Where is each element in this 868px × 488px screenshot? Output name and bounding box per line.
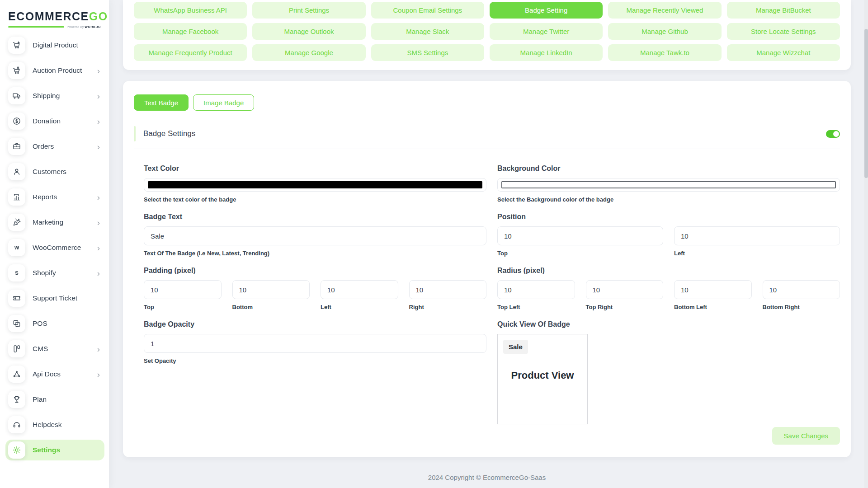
quick-view-group: Quick View Of Badge Sale Product View [497, 320, 840, 424]
settings-tab-manage-wizzchat[interactable]: Manage Wizzchat [727, 44, 840, 61]
padding-pixel-right-input[interactable] [409, 280, 487, 299]
settings-tab-whatsapp-business-api[interactable]: WhatsApp Business API [134, 2, 247, 19]
sidebar-item-reports[interactable]: Reports› [5, 187, 104, 207]
sidebar-item-orders[interactable]: Orders› [5, 136, 104, 157]
input-caption: Right [409, 304, 487, 310]
page-scrollbar-thumb[interactable] [864, 29, 868, 178]
badge-enabled-toggle[interactable] [826, 130, 840, 138]
padding-pixel-top-input[interactable] [144, 280, 222, 299]
app-logo[interactable]: ECOMMERCEGO Powered By WORKDO [0, 0, 109, 28]
background-color-helper: Select the Background color of the badge [497, 196, 840, 203]
text-color-label: Text Color [144, 164, 486, 173]
settings-tab-manage-linkedin[interactable]: Manage LinkedIn [490, 44, 603, 61]
input-caption: Left [674, 250, 840, 257]
quick-view-label: Quick View Of Badge [497, 320, 840, 328]
position-left-input[interactable] [674, 226, 840, 245]
badge-type-tabs: Text BadgeImage Badge [134, 94, 840, 111]
sidebar-item-woocommerce[interactable]: WWooCommerce› [5, 237, 104, 258]
text-color-helper: Select the text color of the badge [144, 196, 486, 203]
chevron-right-icon: › [97, 370, 100, 379]
position-label: Position [497, 213, 840, 221]
settings-tab-print-settings[interactable]: Print Settings [252, 2, 365, 19]
chevron-right-icon: › [97, 244, 100, 252]
sidebar-item-marketing[interactable]: Marketing› [5, 212, 104, 233]
badge-opacity-input[interactable] [144, 334, 486, 353]
radius-pixel-bottom-left-input[interactable] [674, 280, 752, 299]
input-caption: Bottom Left [674, 304, 752, 310]
sidebar-item-label: Customers [33, 168, 101, 176]
text-color-input[interactable] [144, 178, 486, 192]
sidebar-item-plan[interactable]: Plan [5, 389, 104, 410]
sidebar-item-pos[interactable]: POS [5, 313, 104, 334]
cart-plus-icon [8, 37, 25, 54]
shopify-icon: S [8, 264, 25, 282]
settings-tabs-grid: WhatsApp Business APIPrint SettingsCoupo… [134, 2, 840, 61]
page-scrollbar-track[interactable] [864, 0, 868, 488]
settings-tab-store-locate-settings[interactable]: Store Locate Settings [727, 23, 840, 40]
badge-text-input[interactable] [144, 226, 486, 245]
sidebar-item-label: Marketing [33, 218, 97, 226]
sidebar-item-customers[interactable]: Customers [5, 161, 104, 182]
sidebar-item-cms[interactable]: CMS› [5, 338, 104, 359]
badge-text-label: Badge Text [144, 213, 486, 221]
sidebar-item-settings[interactable]: Settings [5, 440, 104, 460]
sidebar-item-shopify[interactable]: SShopify› [5, 263, 104, 283]
padding-field-group: Padding (pixel) TopBottomLeftRight [144, 267, 486, 310]
badge-text-field-group: Badge Text Text Of The Badge (i.e New, L… [144, 213, 486, 257]
sidebar-item-api-docs[interactable]: Api Docs› [5, 364, 104, 385]
badge-text-helper: Text Of The Badge (i.e New, Latest, Tren… [144, 250, 486, 257]
radius-pixel-top-left-input[interactable] [497, 280, 575, 299]
radius-field-group: Radius (pixel) Top LeftTop RightBottom L… [497, 267, 840, 310]
sidebar-item-label: Plan [33, 395, 101, 404]
sidebar-item-label: Digital Product [33, 41, 101, 49]
sidebar-item-digital-product[interactable]: Digital Product [5, 35, 104, 56]
radius-pixel-top-right-input[interactable] [586, 280, 664, 299]
sidebar-item-donation[interactable]: Donation› [5, 111, 104, 131]
sidebar-item-helpdesk[interactable]: Helpdesk [5, 414, 104, 435]
chevron-right-icon: › [97, 92, 100, 100]
settings-tab-coupon-email-settings[interactable]: Coupon Email Settings [371, 2, 484, 19]
num-field-radius-pixel-bottom-left: Bottom Left [674, 280, 752, 310]
input-caption: Top [497, 250, 663, 257]
sidebar-item-label: CMS [33, 345, 97, 353]
num-field-position-left: Left [674, 226, 840, 257]
section-header: Badge Settings [134, 126, 840, 141]
padding-pixel-bottom-input[interactable] [232, 280, 310, 299]
settings-tab-manage-facebook[interactable]: Manage Facebook [134, 23, 247, 40]
badge-tab-text-badge[interactable]: Text Badge [134, 94, 189, 111]
settings-gear-icon [8, 441, 25, 459]
settings-tab-manage-tawk-to[interactable]: Manage Tawk.to [608, 44, 721, 61]
chevron-right-icon: › [97, 142, 100, 151]
settings-tab-manage-google[interactable]: Manage Google [252, 44, 365, 61]
save-changes-button[interactable]: Save Changes [772, 427, 840, 445]
sidebar-item-support-ticket[interactable]: Support Ticket [5, 288, 104, 309]
settings-tab-manage-twitter[interactable]: Manage Twitter [490, 23, 603, 40]
svg-text:S: S [15, 270, 19, 276]
settings-tab-manage-frequently-product[interactable]: Manage Frequently Product [134, 44, 247, 61]
sidebar-item-label: Auction Product [33, 66, 97, 75]
num-field-padding-pixel-right: Right [409, 280, 487, 310]
settings-tab-manage-outlook[interactable]: Manage Outlook [252, 23, 365, 40]
customers-user-icon [8, 163, 25, 180]
radius-pixel-bottom-right-input[interactable] [763, 280, 840, 299]
section-accent-bar [134, 126, 136, 141]
section-title: Badge Settings [143, 129, 195, 138]
background-color-input[interactable] [497, 178, 840, 192]
badge-tab-image-badge[interactable]: Image Badge [193, 94, 254, 111]
sidebar-item-label: WooCommerce [33, 244, 97, 252]
chevron-right-icon: › [97, 117, 100, 126]
padding-pixel-left-input[interactable] [321, 280, 398, 299]
settings-tab-sms-settings[interactable]: SMS Settings [371, 44, 484, 61]
settings-tab-manage-slack[interactable]: Manage Slack [371, 23, 484, 40]
sidebar-item-shipping[interactable]: Shipping› [5, 85, 104, 106]
support-ticket-icon [8, 290, 25, 307]
settings-tab-manage-recently-viewed[interactable]: Manage Recently Viewed [608, 2, 721, 19]
settings-tab-manage-github[interactable]: Manage Github [608, 23, 721, 40]
sidebar-item-auction-product[interactable]: Auction Product› [5, 60, 104, 81]
settings-tab-badge-setting[interactable]: Badge Setting [490, 2, 603, 19]
preview-product-view-text: Product View [498, 370, 587, 381]
background-color-swatch [501, 181, 836, 188]
settings-tab-manage-bitbucket[interactable]: Manage BitBucket [727, 2, 840, 19]
position-top-input[interactable] [497, 226, 663, 245]
donation-dollar-icon [8, 113, 25, 130]
